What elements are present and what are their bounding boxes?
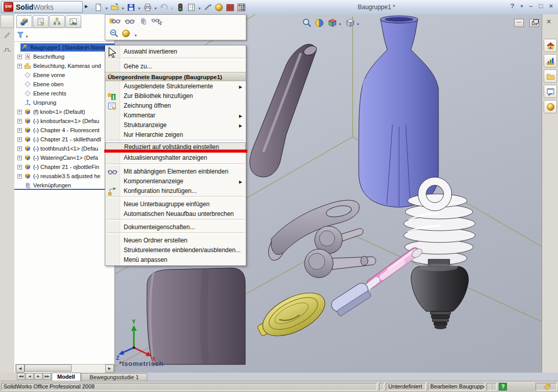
view-orientation-cube-icon[interactable]: ▼ — [327, 17, 342, 28]
menu-item-insert-new-subassembly[interactable]: Neue Unterbaugruppe einfügen — [105, 200, 246, 209]
hide-components-icon[interactable] — [109, 17, 121, 27]
close-button[interactable]: × — [549, 2, 553, 10]
traffic-light-button[interactable] — [175, 2, 185, 13]
design-checklist-button[interactable] — [186, 2, 197, 13]
tag-icon[interactable] — [543, 383, 551, 390]
print-button[interactable] — [142, 2, 153, 13]
tab-model[interactable]: Modell — [52, 373, 81, 381]
bricks-button[interactable] — [225, 2, 236, 13]
tree-item-right-plane[interactable]: Ebene rechts — [14, 89, 114, 98]
tab-motion-study[interactable]: Bewegungsstudie 1 — [81, 373, 147, 381]
tree-item-lighting[interactable]: Beleuchtung, Kameras und — [14, 61, 114, 70]
tree-horizontal-scrollbar[interactable]: ◀ ▶ — [15, 364, 114, 373]
step-profile-icon[interactable] — [3, 45, 12, 54]
menu-item-hidden-tree-items[interactable]: Ausgeblendete Strukturelemente▶ — [105, 82, 246, 91]
task-pane-file-explorer-tab[interactable] — [544, 69, 557, 83]
checklist-dropdown-icon[interactable]: ▼ — [197, 4, 202, 10]
section-view-icon[interactable] — [314, 18, 324, 28]
save-dropdown-icon[interactable]: ▼ — [137, 4, 142, 10]
sketch-step-icon[interactable] — [3, 31, 12, 40]
minimize-button[interactable]: – — [529, 2, 532, 10]
menu-item-customize-menu[interactable]: Menü anpassen — [105, 255, 246, 265]
tab-propertymanager[interactable] — [33, 15, 49, 28]
display-style-dropdown-icon[interactable]: ▼ — [356, 20, 360, 26]
maximize-button[interactable]: □ — [539, 2, 543, 10]
menu-item-component-display[interactable]: Komponentenanzeige▶ — [105, 177, 246, 186]
menu-item-go-to[interactable]: Gehe zu... — [105, 62, 246, 71]
select-other-icon[interactable] — [151, 17, 162, 27]
menu-item-show-update-holders[interactable]: Aktualisierungshalter anzeigen — [105, 153, 246, 163]
help-dropdown-icon[interactable]: ▾ — [521, 4, 523, 9]
expand-icon[interactable] — [17, 119, 22, 124]
menu-item-suspend-automatic-rebuild[interactable]: Automatischen Neuaufbau unterbrechen — [105, 209, 246, 219]
appearance-sphere-icon[interactable] — [122, 29, 130, 40]
menu-item-tree-display[interactable]: Strukturanzeige▶ — [105, 120, 246, 130]
tab-featuremanager[interactable] — [16, 15, 32, 28]
view-orientation-dropdown-icon[interactable]: ▼ — [338, 20, 342, 26]
expand-icon[interactable] — [17, 128, 22, 133]
child-minimize-button[interactable]: — — [514, 19, 524, 27]
soap-dish-model[interactable] — [252, 284, 332, 347]
tree-item-knob[interactable]: (f) knob<1> (Default) — [14, 107, 114, 116]
tab-scroll-last-button[interactable]: ▶▶ — [43, 373, 51, 380]
open-dropdown-icon[interactable]: ▼ — [121, 4, 125, 10]
help-button[interactable]: ? — [510, 2, 515, 10]
menu-item-add-configuration[interactable]: Konfiguration hinzufügen... — [105, 186, 246, 196]
menu-item-comment[interactable]: Kommentar▶ — [105, 111, 246, 120]
expand-icon[interactable] — [17, 146, 22, 151]
tree-item-knobsurface[interactable]: (-) knobsurface<1> (Defau — [14, 116, 114, 126]
expand-icon[interactable] — [17, 165, 22, 169]
menu-item-open-drawing[interactable]: Zeichnung öffnen — [105, 101, 246, 111]
tree-item-fluorescent[interactable]: (-) Chapter 4 - Fluorescent — [14, 126, 114, 135]
tree-item-reusable-heel[interactable]: (-) reusable3.5 adjusted he — [14, 172, 114, 181]
magnifier-icon[interactable] — [302, 18, 312, 28]
print-dropdown-icon[interactable]: ▼ — [153, 4, 158, 10]
expand-icon[interactable] — [17, 137, 22, 142]
tree-item-ojbottle[interactable]: (-) Chapter 21 - ojbottleFin — [14, 162, 114, 172]
new-document-button[interactable] — [93, 2, 104, 13]
task-pane-home-tab[interactable] — [544, 39, 557, 52]
filter-dropdown-icon[interactable]: ▼ — [25, 32, 29, 38]
expand-icon[interactable] — [17, 174, 22, 179]
task-pane-view-palette-tab[interactable] — [544, 85, 557, 98]
docked-mini-tab[interactable] — [1, 15, 14, 28]
tab-configurationmanager[interactable] — [49, 15, 65, 28]
expand-icon[interactable] — [17, 110, 22, 114]
tab-scroll-first-button[interactable]: ◀◀ — [17, 373, 25, 380]
tree-item-front-plane[interactable]: Ebene vorne — [14, 70, 114, 80]
mate-paperclip-icon[interactable] — [139, 17, 147, 27]
task-pane-close-icon[interactable]: × — [547, 17, 551, 26]
measure-arrow-button[interactable] — [202, 2, 213, 13]
tree-item-wateringcan[interactable]: (-) WateringCan<1> (Defa — [14, 153, 114, 162]
new-dropdown-icon[interactable]: ▼ — [104, 4, 109, 10]
vase-model[interactable] — [359, 16, 438, 207]
menu-item-document-properties[interactable]: Dokumenteigenschaften... — [105, 223, 246, 232]
expand-icon[interactable] — [17, 55, 22, 59]
scroll-right-button[interactable]: ▶ — [105, 364, 114, 373]
child-restore-button[interactable] — [529, 19, 539, 27]
color-palette-button[interactable] — [236, 2, 247, 13]
tab-displaymanager[interactable] — [65, 15, 81, 28]
menu-expand-arrow-icon[interactable]: ▶ — [85, 4, 88, 9]
status-tag-cell[interactable] — [536, 383, 557, 390]
tree-item-origin[interactable]: Ursprung — [14, 98, 114, 107]
show-hidden-components-icon[interactable] — [125, 17, 135, 27]
zoom-out-icon[interactable] — [109, 29, 119, 40]
expand-icon[interactable] — [17, 156, 22, 160]
render-sphere-button[interactable] — [214, 2, 224, 13]
knob-bolt-2[interactable] — [305, 249, 376, 278]
menu-item-create-new-folder[interactable]: Neuen Ordner erstellen — [105, 236, 246, 246]
save-button[interactable] — [126, 2, 136, 13]
tab-scroll-left-button[interactable]: ◀ — [26, 373, 34, 380]
scrollbar-thumb[interactable] — [25, 364, 72, 372]
appearance-dropdown-icon[interactable]: ▼ — [133, 31, 138, 37]
tree-item-top-plane[interactable]: Ebene oben — [14, 80, 114, 89]
filter-funnel-icon[interactable] — [16, 31, 25, 39]
menu-item-add-to-library[interactable]: Zur Bibliothek hinzufügen — [105, 91, 246, 101]
tree-item-annotations[interactable]: Beschriftung — [14, 52, 114, 61]
task-pane-photoworks-tab[interactable] — [544, 100, 557, 113]
menu-item-hide-show-tree-items[interactable]: Strukturelemente einblenden/ausblenden..… — [105, 246, 246, 255]
undo-button[interactable] — [158, 2, 169, 13]
tree-item-root[interactable]: Baugruppe1 (Standard<Standard — [14, 43, 114, 52]
scroll-left-button[interactable]: ◀ — [16, 364, 25, 373]
